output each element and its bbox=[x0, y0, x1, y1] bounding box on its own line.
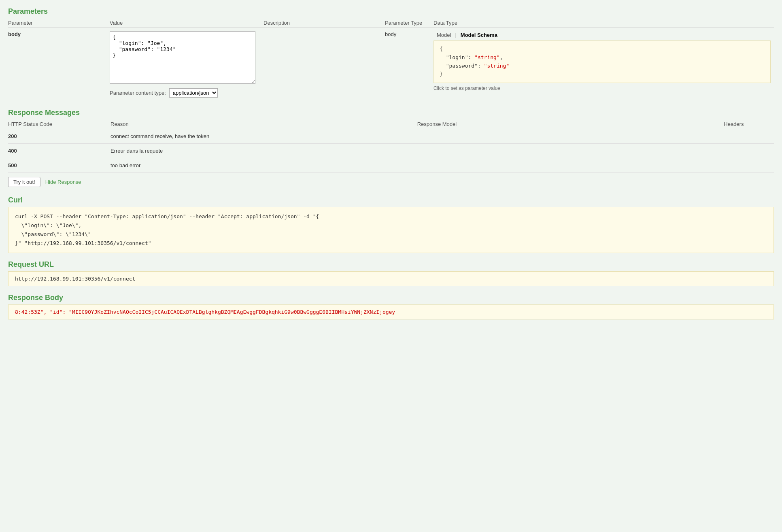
col-header-reason: Reason bbox=[110, 119, 417, 129]
status-code-200: 200 bbox=[8, 129, 110, 144]
headers-500 bbox=[724, 158, 774, 173]
headers-200 bbox=[724, 129, 774, 144]
parameters-title: Parameters bbox=[8, 4, 774, 18]
parameters-section: Parameters Parameter Value Description P… bbox=[8, 4, 774, 101]
headers-400 bbox=[724, 144, 774, 158]
response-body-title: Response Body bbox=[8, 290, 774, 304]
page-wrapper: Parameters Parameter Value Description P… bbox=[0, 0, 782, 532]
content-type-row: Parameter content type: application/json bbox=[110, 88, 260, 98]
response-model-500 bbox=[417, 158, 724, 173]
table-row: 400 Erreur dans la requete bbox=[8, 144, 774, 158]
request-url-section: Request URL http://192.168.99.101:30356/… bbox=[8, 257, 774, 286]
curl-code-block: curl -X POST --header "Content-Type: app… bbox=[8, 207, 774, 253]
table-row: body { "login": "Joe", "password": "1234… bbox=[8, 28, 774, 101]
curl-section: Curl curl -X POST --header "Content-Type… bbox=[8, 193, 774, 253]
hide-response-link[interactable]: Hide Response bbox=[45, 179, 81, 185]
request-url-block: http://192.168.99.101:30356/v1/connect bbox=[8, 271, 774, 286]
status-code-400: 400 bbox=[8, 144, 110, 158]
reason-400: Erreur dans la requete bbox=[110, 144, 417, 158]
response-body-section: Response Body 8:42:53Z", "id": "MIIC9QYJ… bbox=[8, 290, 774, 319]
col-header-parameter: Parameter bbox=[8, 18, 110, 28]
param-type-cell: body bbox=[385, 28, 434, 101]
table-row: 500 too bad error bbox=[8, 158, 774, 173]
content-type-label: Parameter content type: bbox=[110, 90, 166, 96]
request-url-title: Request URL bbox=[8, 257, 774, 271]
schema-box[interactable]: { "login": "string", "password": "string… bbox=[434, 40, 771, 83]
reason-200: connect command receive, have the token bbox=[110, 129, 417, 144]
status-code-500: 500 bbox=[8, 158, 110, 173]
col-header-data-type: Data Type bbox=[434, 18, 774, 28]
table-row: 200 connect command receive, have the to… bbox=[8, 129, 774, 144]
response-messages-title: Response Messages bbox=[8, 105, 774, 119]
response-model-400 bbox=[417, 144, 724, 158]
reason-500: too bad error bbox=[110, 158, 417, 173]
col-header-status-code: HTTP Status Code bbox=[8, 119, 110, 129]
model-tabs: Model | Model Schema bbox=[434, 31, 771, 39]
col-header-response-model: Response Model bbox=[417, 119, 724, 129]
response-model-200 bbox=[417, 129, 724, 144]
try-it-out-button[interactable]: Try it out! bbox=[8, 177, 40, 187]
response-messages-table: HTTP Status Code Reason Response Model H… bbox=[8, 119, 774, 173]
curl-title: Curl bbox=[8, 193, 774, 207]
parameters-table: Parameter Value Description Parameter Ty… bbox=[8, 18, 774, 101]
response-body-block: 8:42:53Z", "id": "MIIC9QYJKoZIhvcNAQcCoI… bbox=[8, 304, 774, 319]
param-description-cell bbox=[264, 28, 385, 101]
col-header-param-type: Parameter Type bbox=[385, 18, 434, 28]
col-header-value: Value bbox=[110, 18, 264, 28]
body-textarea[interactable]: { "login": "Joe", "password": "1234" } bbox=[110, 31, 255, 84]
param-datatype-cell: Model | Model Schema { "login": "string"… bbox=[434, 28, 774, 101]
response-messages-section: Response Messages HTTP Status Code Reaso… bbox=[8, 105, 774, 173]
col-header-headers: Headers bbox=[724, 119, 774, 129]
col-header-description: Description bbox=[264, 18, 385, 28]
param-value-cell: { "login": "Joe", "password": "1234" } P… bbox=[110, 28, 264, 101]
tab-model-schema[interactable]: Model Schema bbox=[457, 31, 501, 39]
content-type-select[interactable]: application/json bbox=[169, 88, 218, 98]
action-row: Try it out! Hide Response bbox=[8, 177, 774, 187]
tab-model[interactable]: Model bbox=[434, 31, 454, 39]
schema-click-hint: Click to set as parameter value bbox=[434, 85, 771, 91]
param-name-body: body bbox=[8, 28, 110, 101]
